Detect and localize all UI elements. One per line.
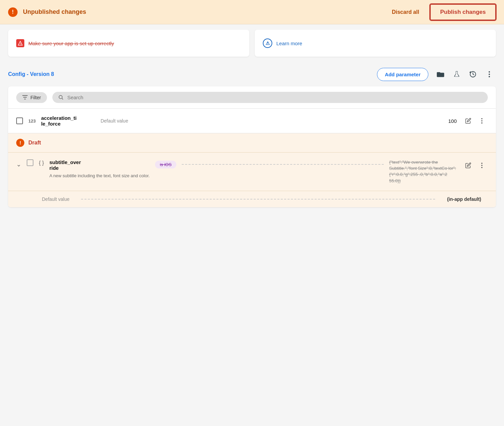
draft-param-row: ⌄ { } subtitle_override A new subtitle i…: [8, 153, 496, 191]
default-value-row: Default value (in-app default): [8, 191, 496, 207]
draft-label: Draft: [28, 140, 41, 146]
svg-text:!: !: [20, 43, 21, 45]
learn-more-icon: ⚠: [263, 38, 272, 48]
svg-point-3: [488, 74, 490, 75]
config-version-label: Config - Version 8: [8, 71, 372, 77]
add-parameter-button[interactable]: Add parameter: [377, 68, 428, 81]
svg-point-10: [481, 165, 482, 166]
cards-row: ! Make sure your app is set up correctly…: [0, 24, 504, 62]
chevron-down-icon[interactable]: ⌄: [16, 161, 21, 168]
folder-icon-button[interactable]: [434, 68, 447, 81]
draft-edit-icon-button[interactable]: [462, 159, 474, 171]
discard-all-button[interactable]: Discard all: [386, 6, 425, 18]
search-icon: [58, 95, 64, 100]
default-label: Default value: [42, 196, 76, 202]
filter-button[interactable]: Filter: [16, 92, 47, 103]
warning-icon: !: [8, 7, 18, 17]
param-value: 100: [430, 118, 457, 124]
param-label: Default value: [101, 118, 424, 124]
main-content: Filter 123 acceleration_tile_force Defau…: [8, 86, 496, 207]
svg-point-6: [481, 118, 482, 119]
json-type-badge: { }: [39, 160, 44, 166]
default-dashed-line: [81, 199, 435, 199]
more-vert-icon-button[interactable]: [482, 68, 496, 81]
row-checkbox[interactable]: [16, 117, 23, 124]
draft-strikethrough-value: {"text":"We overwrote the Subtitle.","fo…: [389, 159, 457, 184]
draft-row-actions: [462, 159, 488, 171]
setup-card-text: Make sure your app is set up correctly: [28, 41, 114, 46]
banner-title: Unpublished changes: [23, 8, 381, 16]
dashed-separator: [182, 164, 384, 165]
toolbar-icons: [434, 68, 496, 81]
svg-point-11: [481, 167, 482, 168]
search-input[interactable]: [67, 95, 482, 100]
filter-label: Filter: [30, 95, 41, 100]
flask-icon-button[interactable]: [450, 68, 463, 81]
svg-point-9: [481, 163, 482, 164]
row-actions: [462, 115, 488, 127]
filter-search-bar: Filter: [8, 86, 496, 109]
unpublished-banner: ! Unpublished changes Discard all Publis…: [0, 0, 504, 24]
draft-row-checkbox[interactable]: [27, 159, 33, 166]
setup-card: ! Make sure your app is set up correctly: [8, 30, 249, 57]
condition-tag: is iOS: [155, 161, 176, 168]
svg-point-8: [481, 123, 482, 124]
svg-point-4: [488, 76, 490, 77]
edit-icon-button[interactable]: [462, 115, 474, 127]
svg-point-7: [481, 120, 482, 122]
type-badge: 123: [28, 118, 36, 124]
svg-point-2: [488, 71, 490, 73]
config-header: Config - Version 8 Add parameter: [0, 62, 504, 86]
learn-more-text[interactable]: Learn more: [276, 41, 302, 46]
draft-param-name: subtitle_override: [49, 159, 150, 171]
draft-param-info: subtitle_override A new subtitle includi…: [49, 159, 150, 179]
table-row: 123 acceleration_tile_force Default valu…: [8, 109, 496, 133]
svg-point-5: [59, 95, 62, 99]
draft-param-desc: A new subtitle including the text, font …: [49, 173, 150, 179]
draft-section: ! Draft ⌄ { } subtitle_override A new su…: [8, 133, 496, 207]
more-icon-button[interactable]: [476, 115, 488, 127]
learn-more-card: ⚠ Learn more: [255, 30, 496, 57]
draft-more-icon-button[interactable]: [476, 159, 488, 171]
publish-changes-button[interactable]: Publish changes: [430, 4, 496, 20]
param-name: acceleration_tile_force: [41, 115, 95, 127]
draft-header: ! Draft: [8, 133, 496, 153]
setup-warning-icon: !: [16, 39, 24, 47]
draft-warning-icon: !: [16, 139, 24, 147]
default-value: (in-app default): [440, 196, 488, 202]
search-bar: [52, 92, 488, 103]
history-icon-button[interactable]: [466, 68, 480, 81]
